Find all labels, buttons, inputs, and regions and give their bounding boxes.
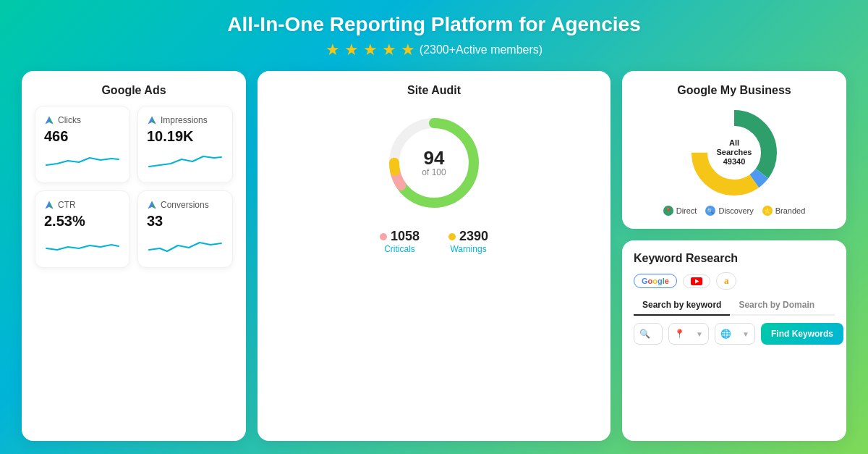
kw-search-wrapper: 🔍 [634,323,663,345]
google-ads-card: Google Ads Clicks 466 [22,71,246,441]
impressions-value: 10.19K [147,128,224,145]
right-column: Google My Business All Searches 49340 [622,71,846,441]
star-4: ★ [382,41,396,59]
legend-direct-icon: 📍 [663,206,673,216]
warnings-stat: 2390 Warnings [448,229,488,254]
svg-marker-1 [49,116,54,124]
gmb-searches-label: All Searches [711,138,758,157]
search-icon: 🔍 [639,329,650,339]
gmb-center: All Searches 49340 [711,138,758,167]
criticals-dot [380,233,387,240]
gmb-card: Google My Business All Searches 49340 [622,71,846,229]
youtube-icon [691,277,702,285]
kw-tabs-row: Search by keyword Search by Domain [634,297,835,316]
find-keywords-button[interactable]: Find Keywords [761,323,843,345]
gmb-legend: 📍 Direct 🔍 Discovery ⭐ Branded [635,206,833,216]
clicks-value: 466 [44,128,121,145]
google-logo: Google [642,277,669,285]
clicks-metric: Clicks 466 [35,106,130,183]
site-audit-donut: 94 of 100 [380,109,488,217]
criticals-num: 1058 [380,229,420,244]
engine-youtube-btn[interactable] [683,274,710,288]
gmb-searches-num: 49340 [711,158,758,167]
google-ads-icon-ctr [44,200,54,210]
site-audit-card: Site Audit 94 of 100 1058 [258,71,610,441]
clicks-label: Clicks [44,115,121,125]
tab-search-by-keyword[interactable]: Search by keyword [634,297,730,316]
engine-google-btn[interactable]: Google [634,274,677,288]
engine-amazon-btn[interactable]: a [716,272,737,290]
kw-inputs-row: 🔍 📍 Anywhere ▼ 🌐 English [634,323,835,345]
gmb-title: Google My Business [635,84,833,97]
star-1: ★ [326,41,340,59]
page-title: All-In-One Reporting Platform for Agenci… [227,13,640,36]
ctr-metric: CTR 2.53% [35,190,130,268]
ctr-label: CTR [44,200,121,210]
legend-branded-label: Branded [775,206,806,215]
legend-branded-icon: ⭐ [762,206,773,216]
legend-direct-label: Direct [676,206,697,215]
audit-score: 94 [422,148,446,167]
donut-center: 94 of 100 [422,148,446,177]
audit-stats: 1058 Criticals 2390 Warnings [380,229,488,254]
warnings-num: 2390 [448,229,488,244]
legend-discovery: 🔍 Discovery [705,206,753,216]
google-ads-icon-impressions [147,115,157,125]
star-2: ★ [344,41,359,59]
criticals-stat: 1058 Criticals [380,229,420,254]
google-ads-title: Google Ads [35,84,233,97]
svg-marker-3 [152,116,156,124]
members-text: (2300+Active members) [420,43,542,56]
site-audit-title: Site Audit [407,84,461,97]
svg-marker-7 [152,201,156,209]
conversions-value: 33 [147,213,224,230]
language-icon: 🌐 [720,329,731,339]
legend-discovery-icon: 🔍 [705,206,715,216]
impressions-label: Impressions [147,115,224,125]
warnings-dot [448,233,456,240]
legend-direct: 📍 Direct [663,206,697,216]
location-chevron-icon: ▼ [696,330,703,338]
ads-metrics-grid: Clicks 466 Impressions 10.19K [35,106,233,268]
legend-discovery-label: Discovery [718,206,753,215]
location-icon: 📍 [674,329,685,339]
legend-branded: ⭐ Branded [762,206,806,216]
svg-marker-5 [49,201,54,209]
star-5: ★ [401,41,415,59]
google-ads-icon-clicks [44,115,54,125]
star-3: ★ [363,41,378,59]
criticals-label: Criticals [380,244,420,254]
kw-engines-row: Google a [634,272,835,290]
language-chevron-icon: ▼ [742,330,749,338]
ctr-value: 2.53% [44,213,121,230]
keyword-research-card: Keyword Research Google a [622,240,846,441]
impressions-metric: Impressions 10.19K [137,106,233,183]
cards-row: Google Ads Clicks 466 [22,71,846,441]
warnings-label: Warnings [448,244,488,254]
amazon-logo: a [724,275,729,287]
kw-title: Keyword Research [634,252,835,265]
tab-search-by-domain[interactable]: Search by Domain [730,297,823,316]
kw-language-wrapper: 🌐 English ▼ [715,323,755,345]
impressions-sparkline [147,151,224,171]
audit-score-sub: of 100 [422,167,446,177]
kw-location-wrapper: 📍 Anywhere ▼ [668,323,709,345]
ctr-sparkline [44,235,121,256]
google-ads-icon-conversions [147,200,157,210]
conversions-metric: Conversions 33 [137,190,233,268]
conversions-sparkline [147,235,224,256]
stars-row: ★ ★ ★ ★ ★ (2300+Active members) [326,41,542,59]
clicks-sparkline [44,151,121,171]
gmb-donut: All Searches 49340 [687,106,781,200]
conversions-label: Conversions [147,200,224,210]
